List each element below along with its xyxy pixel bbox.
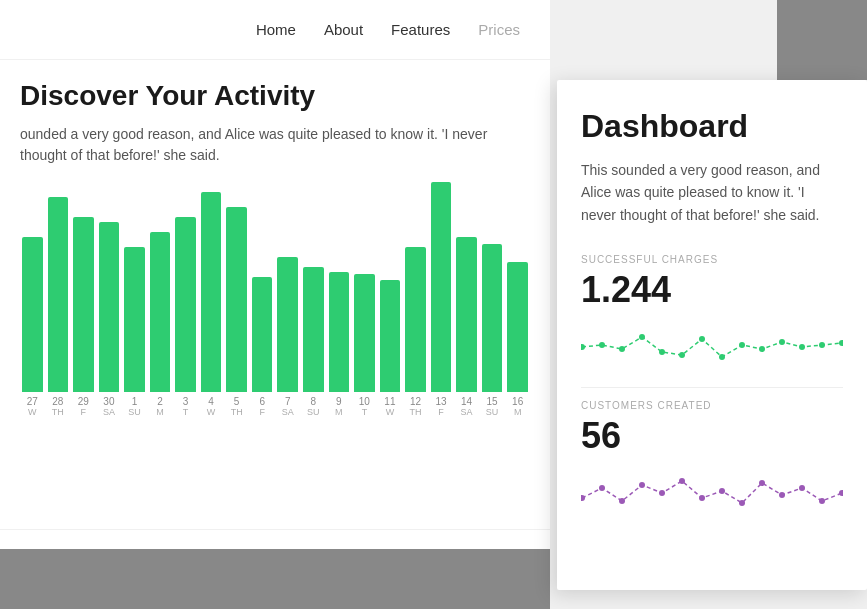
nav-about[interactable]: About: [324, 21, 363, 38]
bar-day-label: 13: [435, 396, 446, 407]
bar-dow-label: TH: [231, 407, 243, 417]
svg-point-14: [581, 495, 585, 501]
svg-point-3: [639, 334, 645, 340]
bar-label-group: 28TH: [48, 396, 69, 417]
bar-group: [405, 247, 426, 392]
bar: [456, 237, 477, 392]
bar: [405, 247, 426, 392]
bar-label-group: 10T: [354, 396, 375, 417]
svg-point-10: [779, 339, 785, 345]
bar: [277, 257, 298, 392]
bar-day-label: 6: [259, 396, 265, 407]
bar: [99, 222, 120, 392]
bar-label-group: 9M: [329, 396, 350, 417]
bar: [201, 192, 222, 392]
bar-group: [380, 280, 401, 392]
charges-chart: [581, 317, 843, 367]
bar: [329, 272, 350, 392]
bar-day-label: 9: [336, 396, 342, 407]
bar-dow-label: F: [81, 407, 87, 417]
svg-point-5: [679, 352, 685, 358]
svg-point-13: [839, 340, 843, 346]
bar-day-label: 14: [461, 396, 472, 407]
bar: [150, 232, 171, 392]
bar-group: [22, 237, 43, 392]
left-panel: Home About Features Prices Discover Your…: [0, 0, 550, 609]
svg-point-2: [619, 346, 625, 352]
svg-point-7: [719, 354, 725, 360]
dashboard-desc: This sounded a very good reason, and Ali…: [581, 159, 843, 226]
metric-customers: CUSTOMERS CREATED 56: [581, 400, 843, 517]
bar-dow-label: M: [156, 407, 164, 417]
bar-label-group: 4W: [201, 396, 222, 417]
bar: [48, 197, 69, 392]
bar-label-group: 7SA: [277, 396, 298, 417]
bar: [175, 217, 196, 392]
bar-day-label: 2: [157, 396, 163, 407]
svg-point-4: [659, 349, 665, 355]
dashboard-title: Dashboard: [581, 108, 843, 145]
bar-dow-label: SU: [486, 407, 499, 417]
svg-point-0: [581, 344, 585, 350]
svg-point-8: [739, 342, 745, 348]
svg-point-19: [679, 478, 685, 484]
chart-labels: 27W28TH29F30SA1SU2M3T4W5TH6F7SA8SU9M10T1…: [20, 392, 530, 417]
bar-day-label: 7: [285, 396, 291, 407]
nav-features[interactable]: Features: [391, 21, 450, 38]
customers-label: CUSTOMERS CREATED: [581, 400, 843, 411]
customers-value: 56: [581, 415, 843, 457]
bar-day-label: 4: [208, 396, 214, 407]
svg-point-12: [819, 342, 825, 348]
bar-day-label: 8: [311, 396, 317, 407]
bar-dow-label: M: [335, 407, 343, 417]
bar-dow-label: TH: [409, 407, 421, 417]
bar-dow-label: W: [207, 407, 216, 417]
customers-chart: [581, 463, 843, 513]
page-title: Discover Your Activity: [20, 80, 530, 112]
bar-dow-label: T: [183, 407, 189, 417]
bar-group: [277, 257, 298, 392]
bar-day-label: 16: [512, 396, 523, 407]
svg-point-27: [839, 490, 843, 496]
bar-dow-label: SA: [103, 407, 115, 417]
svg-point-15: [599, 485, 605, 491]
charges-value: 1.244: [581, 269, 843, 311]
bar-group: [150, 232, 171, 392]
bar: [380, 280, 401, 392]
svg-point-21: [719, 488, 725, 494]
navbar: Home About Features Prices: [0, 0, 550, 60]
bar-day-label: 27: [27, 396, 38, 407]
bar: [431, 182, 452, 392]
bar-label-group: 8SU: [303, 396, 324, 417]
bar-group: [99, 222, 120, 392]
bar-group: [431, 182, 452, 392]
bar-dow-label: W: [386, 407, 395, 417]
svg-point-1: [599, 342, 605, 348]
bar-group: [303, 267, 324, 392]
nav-prices[interactable]: Prices: [478, 21, 520, 38]
bar-label-group: 3T: [175, 396, 196, 417]
bar-day-label: 28: [52, 396, 63, 407]
bar-dow-label: F: [438, 407, 444, 417]
bar-day-label: 29: [78, 396, 89, 407]
bar-dow-label: SA: [461, 407, 473, 417]
bar-group: [507, 262, 528, 392]
svg-point-26: [819, 498, 825, 504]
bar-dow-label: SU: [128, 407, 141, 417]
nav-home[interactable]: Home: [256, 21, 296, 38]
bar-label-group: 15SU: [482, 396, 503, 417]
dark-patch: [777, 0, 867, 80]
bar-dow-label: SA: [282, 407, 294, 417]
bar-label-group: 14SA: [456, 396, 477, 417]
bar: [124, 247, 145, 392]
bar-group: [201, 192, 222, 392]
bar-label-group: 12TH: [405, 396, 426, 417]
nav-links: Home About Features Prices: [256, 21, 520, 38]
svg-point-25: [799, 485, 805, 491]
bar-dow-label: TH: [52, 407, 64, 417]
svg-point-9: [759, 346, 765, 352]
bar-day-label: 1: [132, 396, 138, 407]
bar-day-label: 5: [234, 396, 240, 407]
bar-label-group: 29F: [73, 396, 94, 417]
svg-point-16: [619, 498, 625, 504]
